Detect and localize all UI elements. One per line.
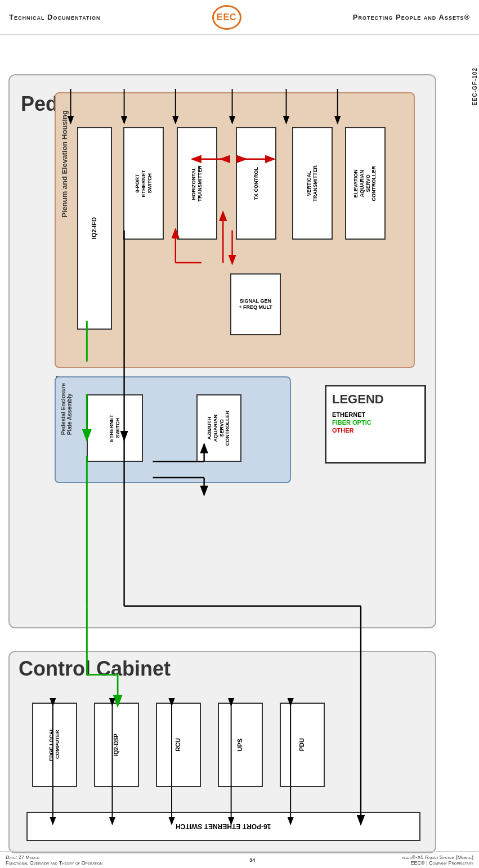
- pedestal-outer-box: Pedestal Plenum and Elevation Housing IQ…: [8, 74, 436, 628]
- footer-system: nger®-X5 Radar System (Mobile): [402, 854, 473, 860]
- rcu-label: RCU: [174, 738, 182, 752]
- horiz-tx-label: HORIZONTALTRANSMITTER: [191, 165, 203, 202]
- signal-gen-label: SIGNAL GEN+ FREQ MULT: [239, 298, 272, 311]
- 16port-switch-box: 16-PORT ETHERNET SWITCH: [26, 812, 420, 841]
- eec-logo: eec: [212, 5, 241, 30]
- signal-gen-box: SIGNAL GEN+ FREQ MULT: [230, 273, 281, 335]
- legend-other: OTHER: [332, 427, 419, 434]
- footer-page: 34: [249, 857, 255, 863]
- legend-box: LEGEND ETHERNET FIBER OPTIC OTHER: [325, 385, 426, 464]
- cabinet-outer-box: Control Cabinet EDGE LOCALCOMPUTER IQ2-D…: [8, 651, 436, 853]
- footer-prop: EEC® | Company Proprietary: [402, 860, 473, 866]
- ups-label: UPS: [236, 739, 244, 752]
- legend-title: LEGEND: [332, 392, 419, 407]
- iq2-ifd-box: IQ2-IFD: [77, 127, 112, 330]
- eth-switch-label: ETHERNETSWITCH: [109, 415, 121, 442]
- pdu-label: PDU: [298, 738, 306, 751]
- elevation-ctrl-box: ELEVATIONAQUARIANSERVOCONTROLLER: [345, 127, 386, 240]
- edge-computer-box: EDGE LOCALCOMPUTER: [32, 703, 77, 787]
- iq2-dsp-box: IQ2-DSP: [94, 703, 139, 787]
- vert-tx-label: VERTICALTRANSMITTER: [306, 165, 319, 202]
- footer-right: nger®-X5 Radar System (Mobile) EEC® | Co…: [402, 854, 473, 866]
- vert-tx-box: VERTICALTRANSMITTER: [292, 127, 333, 240]
- footer-left: Date: 27 March Functional Overview and T…: [6, 854, 102, 866]
- 16port-switch-label: 16-PORT ETHERNET SWITCH: [176, 822, 271, 830]
- tx-control-box: TX CONTROL: [236, 127, 276, 240]
- pdu-box: PDU: [280, 703, 325, 787]
- header-right-label: Protecting People and Assets®: [353, 13, 470, 21]
- footer-doc-type: Functional Overview and Theory of Operat…: [6, 860, 102, 866]
- tx-control-label: TX CONTROL: [253, 167, 259, 200]
- footer-date: Date: 27 March: [6, 854, 102, 860]
- rcu-box: RCU: [156, 703, 201, 787]
- plenum-box: Plenum and Elevation Housing IQ2-IFD 8-P…: [55, 92, 415, 368]
- cabinet-label: Control Cabinet: [19, 658, 171, 680]
- 8port-switch-box: 8-PORTETHERNETSWITCH: [123, 127, 164, 240]
- legend-ethernet: ETHERNET: [332, 411, 419, 418]
- iq2-dsp-label: IQ2-DSP: [113, 734, 120, 756]
- 8port-switch-label: 8-PORTETHERNETSWITCH: [135, 170, 153, 197]
- plenum-label: Plenum and Elevation Housing: [60, 110, 69, 218]
- iq2-ifd-label: IQ2-IFD: [91, 217, 98, 239]
- enclosure-label: Pedestal EnclosurePlate Assembly: [60, 383, 73, 435]
- header-left-label: Technical Documentation: [9, 13, 101, 21]
- footer: Date: 27 March Functional Overview and T…: [0, 851, 479, 868]
- azimuth-ctrl-box: AZIMUTHAQUARIANSERVOCONTROLLER: [196, 394, 241, 462]
- header-logo: eec: [210, 5, 244, 30]
- header: Technical Documentation eec Protecting P…: [0, 0, 479, 35]
- horiz-tx-box: HORIZONTALTRANSMITTER: [177, 127, 217, 240]
- logo-text: eec: [217, 12, 237, 23]
- azimuth-ctrl-label: AZIMUTHAQUARIANSERVOCONTROLLER: [207, 411, 231, 446]
- ups-box: UPS: [218, 703, 263, 787]
- elevation-ctrl-label: ELEVATIONAQUARIANSERVOCONTROLLER: [353, 166, 377, 201]
- eth-switch-box: ETHERNETSWITCH: [87, 394, 143, 462]
- edge-computer-label: EDGE LOCALCOMPUTER: [48, 728, 61, 761]
- legend-fiber-optic: FIBER OPTIC: [332, 419, 419, 426]
- enclosure-box: Pedestal EnclosurePlate Assembly ETHERNE…: [55, 376, 291, 483]
